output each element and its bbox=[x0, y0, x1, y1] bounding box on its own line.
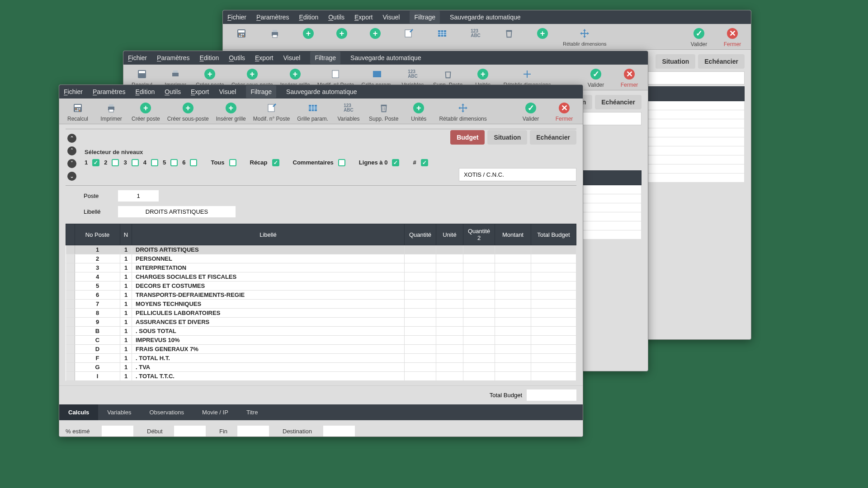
table-row[interactable]: F1. TOTAL H.T. bbox=[66, 354, 576, 363]
toolbar-fermer[interactable]: ✕Fermer bbox=[613, 67, 645, 89]
toolbar-valider[interactable]: ✓Valider bbox=[580, 67, 612, 89]
table-row[interactable]: 21PERSONNEL bbox=[66, 254, 576, 263]
menu-export[interactable]: Export bbox=[191, 88, 209, 95]
toolbar-grille-param[interactable] bbox=[426, 27, 458, 40]
menu-sauvegarde[interactable]: Sauvegarde automatique bbox=[286, 88, 357, 95]
poste-input[interactable] bbox=[118, 190, 159, 202]
table-row[interactable]: I1. TOTAL T.T.C. bbox=[66, 372, 576, 381]
tab-echeancier[interactable]: Echéancier bbox=[595, 95, 642, 109]
menu-outils[interactable]: Outils bbox=[229, 54, 245, 61]
menu-fichier[interactable]: FFichierichier bbox=[227, 14, 246, 21]
nav-down-icon[interactable]: ˅ bbox=[67, 159, 76, 168]
data-grid[interactable]: No Poste N Libellé Quantité Unité Quanti… bbox=[66, 224, 576, 381]
tab-situation[interactable]: Situation bbox=[656, 54, 695, 69]
tab-echeancier[interactable]: Echéancier bbox=[530, 130, 576, 145]
menubar[interactable]: Fichier Paramètres Edition Outils Export… bbox=[123, 51, 648, 65]
toolbar-variables[interactable]: 123ABC bbox=[460, 27, 491, 40]
toolbar-retablir[interactable]: Rétablir dimensions bbox=[436, 101, 489, 123]
table-row[interactable]: 91ASSURANCES ET DIVERS bbox=[66, 318, 576, 327]
col-quantite[interactable]: Quantité bbox=[405, 224, 436, 245]
btab-movie[interactable]: Movie / IP bbox=[193, 404, 237, 420]
recap-checkbox[interactable] bbox=[272, 159, 279, 166]
toolbar-retablir[interactable]: Rétablir dimensions bbox=[560, 27, 609, 47]
nav-bottom-icon[interactable]: ⌄ bbox=[67, 172, 76, 181]
destination-input[interactable] bbox=[323, 426, 355, 437]
menu-filtrage[interactable]: Filtrage bbox=[410, 11, 440, 23]
menu-visuel[interactable]: Visuel bbox=[219, 88, 236, 95]
col-unite[interactable]: Unité bbox=[436, 224, 463, 245]
btab-calculs[interactable]: Calculs bbox=[59, 404, 98, 420]
toolbar-recalcul[interactable]: Recalcul bbox=[62, 101, 94, 123]
level-checkbox-3[interactable] bbox=[132, 159, 139, 166]
menu-fichier[interactable]: Fichier bbox=[128, 54, 147, 61]
toolbar-imprimer[interactable]: Imprimer bbox=[95, 101, 127, 123]
toolbar-inserer-grille[interactable]: + bbox=[359, 27, 391, 40]
tous-checkbox[interactable] bbox=[229, 159, 236, 166]
table-row[interactable]: 61TRANSPORTS-DEFRAIEMENTS-REGIE bbox=[66, 291, 576, 300]
btab-titre[interactable]: Titre bbox=[237, 404, 267, 420]
toolbar-grille-param[interactable]: Grille param. bbox=[294, 101, 331, 123]
toolbar-creer-sous-poste[interactable]: +Créer sous-poste bbox=[165, 101, 212, 123]
table-row[interactable]: D1FRAIS GENERAUX 7% bbox=[66, 345, 576, 354]
toolbar-modif-poste[interactable] bbox=[393, 27, 425, 40]
menu-parametres[interactable]: Paramètres bbox=[157, 54, 189, 61]
hash-checkbox[interactable] bbox=[421, 159, 428, 166]
level-checkbox-2[interactable] bbox=[112, 159, 119, 166]
commentaires-checkbox[interactable] bbox=[338, 159, 345, 166]
tab-budget[interactable]: Budget bbox=[450, 130, 485, 145]
tab-situation[interactable]: Situation bbox=[487, 130, 527, 145]
toolbar-creer-poste[interactable]: + bbox=[292, 27, 324, 40]
menu-outils[interactable]: Outils bbox=[165, 88, 181, 95]
level-checkbox-6[interactable] bbox=[190, 159, 197, 166]
toolbar-valider[interactable]: ✓Valider bbox=[515, 101, 547, 123]
menu-export[interactable]: Export bbox=[255, 54, 273, 61]
level-checkbox-4[interactable] bbox=[151, 159, 158, 166]
toolbar-variables[interactable]: 123ABCVariables bbox=[333, 101, 364, 123]
menubar[interactable]: FFichierichier Paramètres Edition Outils… bbox=[223, 10, 751, 24]
total-budget-input[interactable] bbox=[527, 389, 576, 401]
nav-top-icon[interactable]: ⌃ bbox=[67, 134, 76, 143]
col-montant[interactable]: Montant bbox=[495, 224, 531, 245]
toolbar-modif-poste[interactable]: Modif. n° Poste bbox=[250, 101, 293, 123]
menu-parametres[interactable]: Paramètres bbox=[93, 88, 125, 95]
debut-input[interactable] bbox=[174, 426, 206, 437]
level-checkbox-5[interactable] bbox=[170, 159, 178, 166]
menu-edition[interactable]: Edition bbox=[299, 14, 318, 21]
toolbar-unites[interactable]: + bbox=[527, 27, 558, 40]
btab-observations[interactable]: Observations bbox=[140, 404, 193, 420]
toolbar-supp-poste[interactable] bbox=[493, 27, 525, 40]
lignes0-checkbox[interactable] bbox=[392, 159, 399, 166]
table-row[interactable]: C1IMPREVUS 10% bbox=[66, 336, 576, 345]
table-row[interactable]: 71MOYENS TECHNIQUES bbox=[66, 300, 576, 309]
toolbar-recalcul[interactable] bbox=[226, 27, 257, 40]
toolbar-fermer[interactable]: ✕Fermer bbox=[717, 27, 748, 48]
col-no-poste[interactable]: No Poste bbox=[75, 224, 120, 245]
libelle-input[interactable] bbox=[118, 206, 236, 217]
menu-export[interactable]: Export bbox=[354, 14, 373, 21]
col-quantite2[interactable]: Quantité 2 bbox=[463, 224, 495, 245]
menu-visuel[interactable]: Visuel bbox=[283, 54, 300, 61]
toolbar-supp-poste[interactable]: Supp. Poste bbox=[366, 101, 401, 123]
table-row[interactable]: 11DROITS ARTISTIQUES bbox=[66, 245, 576, 254]
fin-input[interactable] bbox=[237, 426, 269, 437]
nav-up-icon[interactable]: ˄ bbox=[67, 146, 76, 155]
toolbar-unites[interactable]: +Unités bbox=[403, 101, 434, 123]
menu-edition[interactable]: Edition bbox=[135, 88, 155, 95]
table-row[interactable]: 81PELLICULES LABORATOIRES bbox=[66, 309, 576, 318]
toolbar-imprimer[interactable] bbox=[259, 27, 291, 40]
menu-sauvegarde[interactable]: Sauvegarde automatique bbox=[450, 14, 520, 21]
table-row[interactable]: B1. SOUS TOTAL bbox=[66, 327, 576, 336]
level-checkbox-1[interactable] bbox=[92, 159, 99, 166]
menu-fichier[interactable]: Fichier bbox=[64, 88, 83, 95]
menu-sauvegarde[interactable]: Sauvegarde automatique bbox=[350, 54, 421, 61]
table-row[interactable]: 51DECORS ET COSTUMES bbox=[66, 282, 576, 291]
toolbar-creer-poste[interactable]: +Créer poste bbox=[129, 101, 163, 123]
menu-filtrage[interactable]: Filtrage bbox=[310, 52, 340, 64]
menu-outils[interactable]: Outils bbox=[328, 14, 344, 21]
table-row[interactable]: 41CHARGES SOCIALES ET FISCALES bbox=[66, 272, 576, 282]
toolbar-fermer[interactable]: ✕Fermer bbox=[548, 101, 580, 123]
menu-edition[interactable]: Edition bbox=[199, 54, 219, 61]
menubar[interactable]: Fichier Paramètres Edition Outils Export… bbox=[59, 85, 583, 99]
tab-echeancier[interactable]: Echéancier bbox=[698, 54, 745, 69]
table-row[interactable]: 31INTERPRETATION bbox=[66, 263, 576, 272]
